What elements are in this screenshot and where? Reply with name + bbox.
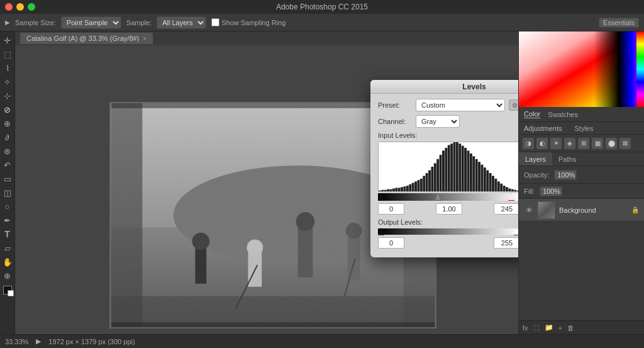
svg-rect-30	[404, 186, 406, 191]
panel-tabs-row: Color Swatches	[519, 107, 644, 122]
move-tool[interactable]: ✛	[1, 34, 14, 47]
svg-rect-40	[431, 167, 433, 191]
levels-dialog: Levels Preset: Custom ⚙	[370, 80, 518, 257]
brush-tool[interactable]: ∂	[1, 131, 14, 143]
layers-toolbar: fx ⬚ 📁 + 🗑	[519, 320, 644, 334]
output-black-slider[interactable]	[378, 228, 384, 235]
clone-tool[interactable]: ⊛	[1, 145, 14, 157]
layer-item-background[interactable]: 👁 Background 🔒	[519, 199, 644, 222]
new-group-btn[interactable]: 📁	[545, 323, 553, 332]
layers-fill-row: Fill: 100%	[519, 184, 644, 199]
levels-title-bar: Levels	[370, 80, 518, 94]
adj-icon-4[interactable]: ◈	[564, 138, 575, 149]
eyedropper-tool[interactable]: ⊘	[1, 103, 14, 116]
output-white-value[interactable]: 255	[494, 237, 518, 249]
text-tool[interactable]: T	[1, 228, 14, 240]
svg-rect-50	[458, 143, 461, 191]
adj-icon-7[interactable]: ⬤	[606, 138, 617, 149]
pen-tool[interactable]: ✒	[1, 214, 14, 227]
tab-label: Catalina Golf (A) @ 33.3% (Gray/8#)	[26, 35, 139, 42]
layer-name-label: Background	[559, 206, 596, 214]
tab-color[interactable]: Color	[524, 110, 540, 118]
svg-rect-57	[478, 162, 480, 191]
add-mask-btn[interactable]: ⬚	[533, 323, 540, 332]
input-mid-value[interactable]: 1.00	[436, 203, 462, 215]
svg-rect-41	[434, 163, 436, 191]
tab-close-button[interactable]: ×	[143, 35, 147, 42]
sample-size-select[interactable]: Point Sample	[61, 16, 121, 29]
fill-input[interactable]: 100%	[540, 186, 562, 196]
output-white-slider[interactable]	[514, 228, 518, 235]
hand-tool[interactable]: ✋	[1, 255, 14, 268]
styles-label[interactable]: Styles	[575, 125, 594, 132]
adj-icon-6[interactable]: ▦	[592, 138, 603, 149]
svg-rect-26	[392, 189, 395, 191]
midtone-slider[interactable]	[435, 193, 441, 201]
adj-icon-1[interactable]: ◑	[523, 138, 534, 149]
delete-layer-btn[interactable]: 🗑	[567, 324, 574, 332]
layer-visibility-icon[interactable]: 👁	[524, 205, 534, 215]
tab-paths[interactable]: Paths	[552, 152, 582, 166]
histogram-container	[378, 142, 518, 192]
zoom-tool[interactable]: ⊕	[1, 269, 14, 282]
input-white-value[interactable]: 245	[494, 203, 518, 215]
selection-tool[interactable]: ⬚	[1, 48, 14, 60]
svg-rect-39	[428, 171, 431, 191]
main-area: ✛ ⬚ ⌇ ✧ ⊹ ⊘ ⊕ ∂ ⊛ ↶ ▭ ◫ ○ ✒ T ▱ ✋ ⊕ Cata…	[0, 31, 644, 334]
new-layer-btn[interactable]: +	[558, 324, 562, 332]
svg-rect-36	[420, 179, 423, 191]
healing-tool[interactable]: ⊕	[1, 117, 14, 130]
output-black-value[interactable]: 0	[378, 237, 404, 249]
essentials-label[interactable]: Essentials	[599, 18, 639, 28]
svg-rect-19	[111, 322, 435, 327]
svg-rect-60	[486, 171, 489, 191]
fill-label: Fill:	[524, 188, 535, 195]
canvas-content[interactable]: Levels Preset: Custom ⚙	[15, 45, 518, 334]
white-point-slider[interactable]	[508, 193, 514, 201]
lasso-tool[interactable]: ⌇	[1, 62, 14, 74]
svg-rect-47	[450, 143, 453, 191]
adj-icon-2[interactable]: ◐	[536, 138, 548, 149]
tab-swatches[interactable]: Swatches	[548, 111, 578, 118]
tab-layers[interactable]: Layers	[519, 152, 552, 166]
svg-rect-46	[448, 145, 450, 191]
wand-tool[interactable]: ✧	[1, 76, 14, 88]
channel-select[interactable]: Gray	[416, 115, 460, 128]
color-gradient[interactable]	[519, 31, 644, 107]
app-title: Adobe Photoshop CC 2015	[276, 3, 368, 11]
dodge-tool[interactable]: ○	[1, 200, 14, 213]
history-tool[interactable]: ↶	[1, 159, 14, 171]
close-button[interactable]	[5, 3, 13, 11]
adj-icon-8[interactable]: ⊠	[619, 138, 631, 149]
opacity-label: Opacity:	[524, 171, 549, 179]
adj-icon-3[interactable]: ☀	[550, 138, 562, 149]
add-style-btn[interactable]: fx	[523, 324, 528, 332]
output-levels-label: Output Levels:	[378, 218, 518, 226]
sample-select[interactable]: All Layers	[157, 16, 206, 29]
svg-rect-25	[390, 189, 392, 191]
crop-tool[interactable]: ⊹	[1, 89, 14, 102]
eraser-tool[interactable]: ▭	[1, 172, 14, 185]
input-slider-track[interactable]	[378, 193, 518, 201]
output-slider-track[interactable]	[378, 228, 518, 235]
black-point-slider[interactable]	[378, 193, 384, 201]
svg-rect-49	[456, 142, 458, 191]
gradient-tool[interactable]: ◫	[1, 186, 14, 199]
adj-icon-5[interactable]: ⊞	[578, 138, 589, 149]
spectrum-bar[interactable]	[636, 31, 644, 107]
options-bar: ▶ Sample Size: Point Sample Sample: All …	[0, 14, 644, 31]
svg-rect-45	[445, 148, 447, 191]
maximize-button[interactable]	[28, 3, 35, 11]
opacity-control: 100%	[554, 170, 577, 180]
document-tab[interactable]: Catalina Golf (A) @ 33.3% (Gray/8#) ×	[20, 33, 153, 44]
input-black-value[interactable]: 0	[378, 203, 404, 215]
levels-gear-button[interactable]: ⚙	[509, 99, 518, 111]
preset-select[interactable]: Custom	[416, 99, 505, 111]
shape-tool[interactable]: ▱	[1, 242, 14, 254]
window-controls	[5, 3, 35, 11]
show-sampling-ring-checkbox[interactable]	[211, 18, 219, 26]
minimize-button[interactable]	[16, 3, 24, 11]
color-gradient-overlay	[519, 31, 644, 107]
opacity-input[interactable]: 100%	[554, 170, 577, 180]
svg-rect-62	[492, 176, 494, 191]
